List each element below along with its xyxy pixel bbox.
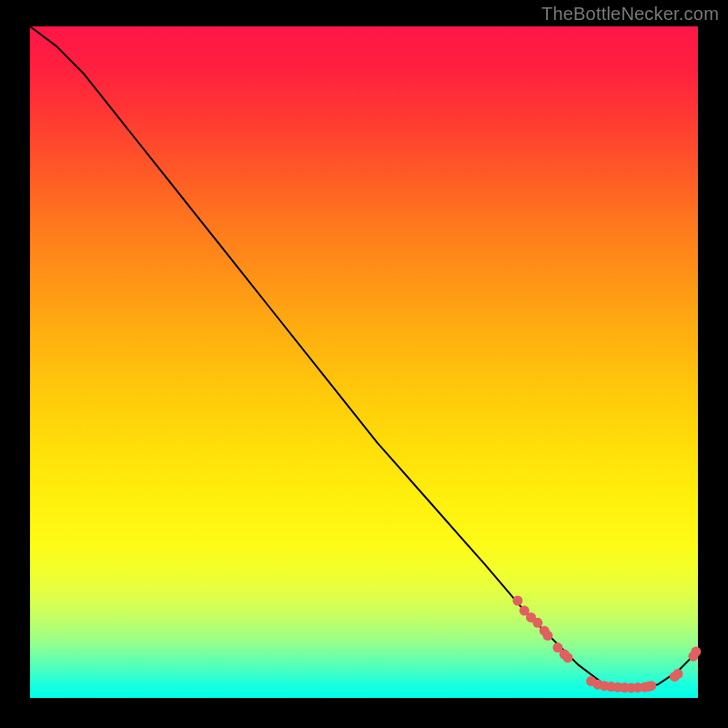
chart-stage: TheBottleNecker.com bbox=[0, 0, 728, 728]
data-dot bbox=[532, 618, 542, 628]
data-dot bbox=[542, 631, 552, 641]
bottleneck-curve bbox=[30, 26, 698, 688]
data-dot bbox=[562, 652, 572, 662]
marker-cluster bbox=[512, 596, 701, 693]
plot-overlay bbox=[30, 26, 698, 698]
data-dot bbox=[691, 647, 701, 657]
data-dot bbox=[673, 669, 683, 679]
data-dot bbox=[512, 596, 522, 606]
data-dot bbox=[646, 681, 656, 691]
attribution-label: TheBottleNecker.com bbox=[541, 4, 719, 25]
plot-area bbox=[30, 26, 698, 698]
